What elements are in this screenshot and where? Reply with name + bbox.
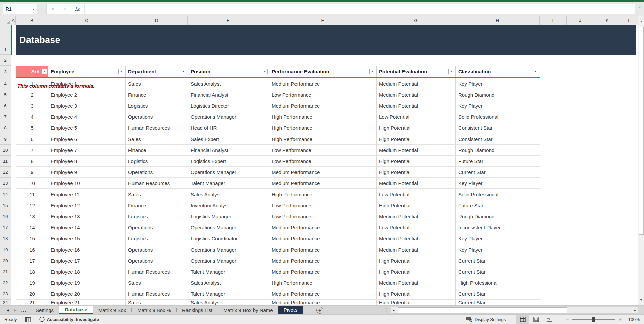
cell[interactable]: High Performance bbox=[269, 277, 377, 288]
cell[interactable]: 8 bbox=[16, 156, 48, 167]
sheet-tab-settings[interactable]: Settings bbox=[30, 306, 59, 314]
cell[interactable]: Sales bbox=[126, 300, 188, 305]
cell[interactable]: High Potential bbox=[377, 255, 456, 266]
cell[interactable]: Medium Performance bbox=[269, 288, 377, 300]
cell[interactable]: High Performance bbox=[269, 122, 377, 133]
cell[interactable]: Medium Performance bbox=[269, 100, 377, 111]
sheet-tab-matrix-9-box[interactable]: Matrix 9 Box % bbox=[132, 306, 176, 314]
hscroll-right-icon[interactable]: ▸ bbox=[632, 309, 638, 312]
column-header-f[interactable]: F bbox=[269, 16, 376, 25]
cell[interactable]: Medium Performance bbox=[269, 255, 377, 266]
table-header-position[interactable]: Position▾ bbox=[188, 66, 269, 77]
cell[interactable]: Human Resources bbox=[126, 266, 188, 277]
page-layout-view-button[interactable] bbox=[529, 315, 543, 324]
cell[interactable]: 9 bbox=[16, 167, 48, 178]
cell[interactable]: Medium Potential bbox=[377, 211, 456, 222]
macro-record-icon[interactable] bbox=[25, 317, 31, 322]
zoom-out-button[interactable]: − bbox=[566, 316, 569, 322]
table-header-employee[interactable]: Employee▾ bbox=[48, 66, 126, 77]
row-header-3[interactable]: 3 bbox=[0, 66, 11, 78]
row-header-9[interactable]: 9 bbox=[0, 133, 11, 145]
row-header-10[interactable]: 10 bbox=[0, 145, 11, 156]
cell[interactable]: Sales Analyst bbox=[188, 189, 269, 200]
cell[interactable]: Operations bbox=[126, 111, 188, 122]
sheet-tab-matrix-9-box-by-name[interactable]: Matrix 9 Box by Name bbox=[218, 306, 278, 314]
hscroll-track[interactable] bbox=[396, 307, 632, 313]
cell[interactable]: Operations Manager bbox=[188, 167, 269, 178]
cell[interactable]: 13 bbox=[16, 211, 48, 222]
cell[interactable]: 12 bbox=[16, 200, 48, 211]
cell[interactable]: Low Potential bbox=[377, 222, 456, 233]
cell[interactable]: Current Star bbox=[456, 266, 540, 277]
cell[interactable]: Medium Potential bbox=[377, 145, 456, 156]
cell[interactable]: Operations Manager bbox=[188, 111, 269, 122]
cell[interactable]: Logistics bbox=[126, 211, 188, 222]
cell[interactable]: High Professional bbox=[456, 277, 540, 288]
table-header-potential-evaluation[interactable]: Potential Evaluation▾ bbox=[377, 66, 456, 77]
cell[interactable]: Key Player bbox=[456, 233, 540, 244]
row-header-4[interactable]: 4 bbox=[0, 78, 11, 89]
cell[interactable]: Inventory Analyst bbox=[188, 200, 269, 211]
cell[interactable]: High Performance bbox=[269, 189, 377, 200]
cell[interactable]: Employee 8 bbox=[48, 156, 126, 167]
row-header-24[interactable]: 24 bbox=[0, 300, 11, 305]
cell[interactable]: Employee 2 bbox=[48, 89, 126, 100]
cell[interactable]: Low Performance bbox=[269, 156, 377, 167]
cell[interactable]: Medium Performance bbox=[269, 300, 377, 305]
cell[interactable]: Low Potential bbox=[377, 111, 456, 122]
cell[interactable]: Employee 4 bbox=[48, 111, 126, 122]
column-header-b[interactable]: B bbox=[16, 16, 48, 25]
insert-function-icon[interactable]: fx bbox=[73, 6, 82, 12]
cell[interactable]: Logistics bbox=[126, 100, 188, 111]
cell[interactable]: Rough Diamond bbox=[456, 145, 540, 156]
cell[interactable]: 20 bbox=[16, 288, 48, 300]
sheet-tab-database[interactable]: Database bbox=[59, 306, 93, 314]
row-header-23[interactable]: 23 bbox=[0, 288, 11, 300]
cell[interactable]: 2 bbox=[16, 89, 48, 100]
scroll-down-icon[interactable]: ▼ bbox=[638, 295, 644, 305]
cell[interactable]: Medium Potential bbox=[377, 233, 456, 244]
scrollbar-resize-grip[interactable]: ⋮ bbox=[384, 307, 389, 313]
cell[interactable]: Employee 10 bbox=[48, 178, 126, 189]
cell[interactable]: Employee 5 bbox=[48, 122, 126, 133]
cell[interactable]: Current Star bbox=[456, 255, 540, 266]
row-header-8[interactable]: 8 bbox=[0, 122, 11, 133]
cell[interactable]: Employee 13 bbox=[48, 211, 126, 222]
cell[interactable]: Logistics Manager bbox=[188, 211, 269, 222]
select-all-button[interactable] bbox=[0, 16, 11, 25]
cell[interactable]: Finance bbox=[126, 89, 188, 100]
cell[interactable]: Medium Potential bbox=[377, 78, 456, 89]
cell[interactable]: Employee 3 bbox=[48, 100, 126, 111]
cell[interactable]: Logistics bbox=[126, 156, 188, 167]
display-settings-button[interactable]: Display Settings bbox=[466, 317, 506, 322]
cell[interactable]: High Performance bbox=[269, 133, 377, 145]
scroll-up-icon[interactable]: ▲ bbox=[638, 17, 644, 26]
cell[interactable]: 4 bbox=[16, 111, 48, 122]
filter-dropdown-icon[interactable]: ▾ bbox=[41, 69, 47, 74]
cell[interactable]: Key Player bbox=[456, 78, 540, 89]
row-header-22[interactable]: 22 bbox=[0, 277, 11, 288]
cell[interactable]: High Potential bbox=[377, 167, 456, 178]
cell[interactable]: Sales bbox=[126, 133, 188, 145]
filter-dropdown-icon[interactable]: ▾ bbox=[448, 69, 454, 74]
cell[interactable]: Operations bbox=[126, 167, 188, 178]
cell[interactable]: High Potential bbox=[377, 288, 456, 300]
cell[interactable]: High Potential bbox=[377, 266, 456, 277]
cell[interactable]: Low Performance bbox=[269, 211, 377, 222]
cell[interactable]: Medium Potential bbox=[377, 100, 456, 111]
cell[interactable]: Operations bbox=[126, 222, 188, 233]
sheet-title-band[interactable]: Database bbox=[16, 25, 636, 55]
column-header-i[interactable]: I bbox=[540, 16, 567, 25]
cell[interactable]: Logistics bbox=[126, 233, 188, 244]
cell[interactable]: Medium Potential bbox=[377, 244, 456, 255]
cell[interactable]: Employee 1 bbox=[48, 78, 126, 89]
cell[interactable]: Sales Analyst bbox=[188, 300, 269, 305]
cell[interactable]: Employee 17 bbox=[48, 255, 126, 266]
cell[interactable]: Current Star bbox=[456, 167, 540, 178]
cell[interactable]: 18 bbox=[16, 266, 48, 277]
cell[interactable]: Operations Manager bbox=[188, 222, 269, 233]
cell[interactable]: Employee 21 bbox=[48, 300, 126, 305]
column-header-j[interactable]: J bbox=[567, 16, 594, 25]
cell[interactable]: Financial Analyst bbox=[188, 145, 269, 156]
cell[interactable]: 1 bbox=[16, 78, 48, 89]
